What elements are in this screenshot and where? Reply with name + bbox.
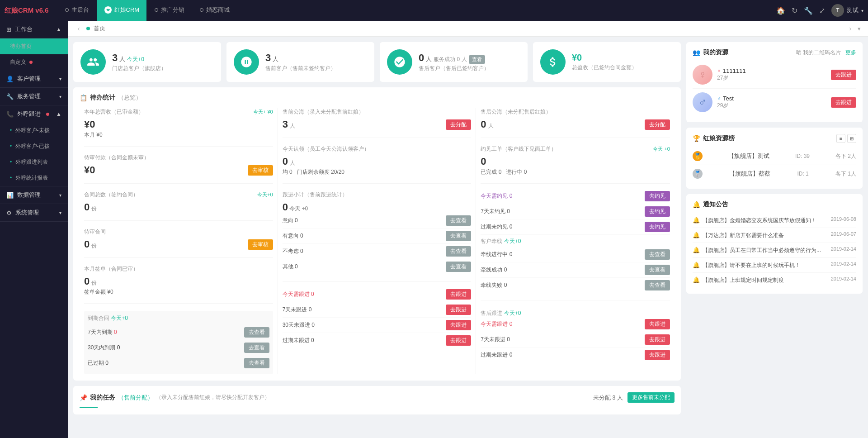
btn-more-presale[interactable]: 更多售前未分配	[627, 392, 675, 403]
sidebar-workbench-header[interactable]: ⊞ 工作台 ▲	[0, 21, 68, 38]
tab-marketing[interactable]: 推广分销	[147, 0, 192, 21]
btn-follow-aftersale-7days[interactable]: 去跟进	[645, 334, 670, 345]
todo-block-meet-today: 今天需约见 0 去约见 7天未约见 0 去约见 过期未约见 0 去约见	[481, 191, 670, 300]
sidebar-item-outbound-undialed[interactable]: • 外呼客户-未拨	[0, 123, 68, 138]
dashboard: 3 人 今天+0 门店总客户（旗舰店）	[68, 37, 868, 438]
home-icon[interactable]: 🏠	[776, 6, 785, 15]
resource-header-actions: 晒 我的二维码名片 更多	[796, 49, 856, 57]
btn-view-has-intention[interactable]: 去查看	[446, 231, 471, 241]
resource-more-btn[interactable]: 更多	[845, 49, 856, 57]
sidebar-item-outbound-dialed[interactable]: • 外呼客户-已拨	[0, 138, 68, 154]
tab-marketing-icon	[155, 8, 158, 12]
stat-card-aftersale: 0 人 服务成功 0 人 查看 售后客户（售后已签约客户）	[380, 42, 528, 82]
breadcrumb-right-arrow[interactable]: ›	[846, 25, 854, 32]
btn-view-matchmaking-fail[interactable]: 去查看	[645, 280, 670, 290]
app-logo: 红娘CRM v6.6	[5, 6, 49, 15]
notice-text-1: 【万达店】新店开张需要什么准备	[703, 231, 828, 239]
aftersale-overdue-no-meet: 过期未约见 0 去约见	[481, 219, 670, 235]
fullscreen-icon[interactable]: ⤢	[819, 6, 825, 15]
refresh-icon[interactable]: ↻	[792, 6, 797, 15]
service-icon: 🔧	[6, 93, 14, 100]
btn-meet-overdue[interactable]: 去约见	[645, 222, 670, 232]
sidebar-system-header[interactable]: ⚙ 系统管理 ▾	[0, 204, 68, 221]
ranking-header: 🏆 红娘资源榜 ≡ ⊞	[693, 134, 856, 143]
btn-follow-aftersale-overdue[interactable]: 去跟进	[645, 350, 670, 360]
breadcrumb-collapse-icon[interactable]: ▾	[858, 25, 861, 32]
notice-item-4[interactable]: 🔔 【旗舰店】上班规定时间规定制度 2019-02-14	[693, 273, 856, 287]
btn-meet-7days[interactable]: 去约见	[645, 206, 670, 217]
btn-follow-today-aftersale[interactable]: 去跟进	[645, 319, 670, 329]
btn-distribute-presale[interactable]: 去分配	[446, 119, 471, 130]
btn-review-contract[interactable]: 去审核	[248, 239, 273, 250]
btn-review-payment[interactable]: 去审核	[248, 165, 273, 176]
my-resources-card: 👥 我的资源 晒 我的二维码名片 更多 ♀	[686, 42, 863, 122]
btn-view-matchmaking-inprogress[interactable]: 去查看	[645, 249, 670, 260]
btn-view-overdue[interactable]: 去查看	[244, 358, 269, 368]
btn-meet-today[interactable]: 去约见	[645, 191, 670, 201]
outbound-collapse-icon: ▲	[56, 111, 61, 117]
btn-follow-resource-1[interactable]: 去跟进	[831, 97, 856, 108]
sidebar-customer-header[interactable]: 👤 客户管理 ▾	[0, 70, 68, 87]
user-info[interactable]: T 测试 ▾	[831, 4, 863, 17]
resource-avatar-1: ♂	[693, 92, 712, 112]
stat-card-total-customers: 3 人 今天+0 门店总客户（旗舰店）	[73, 42, 221, 82]
ranking-view-grid-icon[interactable]: ⊞	[847, 134, 856, 143]
btn-distribute-aftersale[interactable]: 去分配	[645, 119, 670, 130]
ranking-view-list-icon[interactable]: ≡	[836, 134, 845, 143]
followup-no-consider: 不考虑 0 去查看	[283, 244, 472, 259]
btn-view-intention[interactable]: 去查看	[446, 215, 471, 226]
matchmaking-inprogress: 牵线进行中 0 去查看	[481, 247, 670, 262]
stat-icon-aftersale	[387, 49, 412, 75]
stat-info-presale: 3 人 售前客户（售前未签约客户）	[265, 52, 367, 72]
todo-section-sub: （总览）	[118, 94, 142, 102]
presale-overdue-no-follow: 过期未跟进 0 去跟进	[283, 333, 472, 348]
settings-icon[interactable]: 🔧	[804, 6, 813, 15]
resource-title-icon: 👥	[693, 49, 700, 56]
notice-text-4: 【旗舰店】上班规定时间规定制度	[703, 276, 828, 284]
notice-item-0[interactable]: 🔔 【旗舰店】金婚婚恋交友系统国庆节放假通知！ 2019-06-08	[693, 213, 856, 228]
breadcrumb-home[interactable]: 首页	[94, 24, 105, 33]
sidebar-system-section: ⚙ 系统管理 ▾	[0, 204, 68, 222]
btn-follow-7days[interactable]: 去跟进	[446, 305, 471, 315]
notice-item-3[interactable]: 🔔 【旗舰店】请不要在上班的时候玩手机！ 2019-02-14	[693, 258, 856, 273]
notice-date-2: 2019-02-14	[831, 246, 856, 252]
sidebar-item-outbound-list[interactable]: • 外呼跟进列表	[0, 154, 68, 170]
notice-title: 🔔 通知公告	[693, 200, 856, 209]
btn-follow-30days[interactable]: 去跟进	[446, 320, 471, 330]
todo-block-appointment-orders: 约见工单（客户线下见面工单） 今天 +0 0 已完成 0 进行中 0	[481, 145, 670, 184]
stat-num-customers: 3	[112, 52, 118, 64]
sidebar-item-customize[interactable]: 自定义	[0, 54, 68, 70]
tab-crm[interactable]: ❤ 红娘CRM	[97, 0, 147, 21]
ranking-view-icons: ≡ ⊞	[836, 134, 856, 143]
todo-section-title: 📋 待办统计 （总览）	[80, 94, 675, 102]
tab-main[interactable]: 主后台	[58, 0, 96, 21]
stat-unit-presale: 人	[273, 55, 278, 63]
sidebar-item-outbound-report[interactable]: • 外呼统计报表	[0, 170, 68, 186]
stat-label-presale: 售前客户（售前未签约客户）	[265, 65, 367, 72]
breadcrumb-left-arrow[interactable]: ‹	[75, 25, 83, 32]
sidebar-item-todo[interactable]: 待办首页	[0, 38, 68, 54]
notice-item-1[interactable]: 🔔 【万达店】新店开张需要什么准备 2019-06-07	[693, 228, 856, 243]
resource-qr-link[interactable]: 晒 我的二维码名片	[796, 49, 841, 57]
btn-view-no-consider[interactable]: 去查看	[446, 246, 471, 257]
notice-item-2[interactable]: 🔔 【旗舰店】员工在日常工作当中必须遵守的行为... 2019-02-14	[693, 243, 856, 258]
customize-badge	[29, 61, 33, 64]
todo-title-icon: 📋	[80, 94, 87, 101]
resource-age-1: 29岁	[717, 102, 826, 110]
expiry-7days: 7天内到期 0 去查看	[88, 325, 269, 340]
btn-view-30days[interactable]: 去查看	[244, 343, 269, 353]
sidebar-data-header[interactable]: 📊 数据管理 ▾	[0, 186, 68, 204]
todo-section: 📋 待办统计 （总览） 本年总营收（已审金额） 今天+ ¥0	[73, 87, 681, 381]
stat-view-btn-aftersale[interactable]: 查看	[469, 55, 485, 64]
tab-mall[interactable]: 婚恋商城	[193, 0, 237, 21]
btn-view-matchmaking-success[interactable]: 去查看	[645, 265, 670, 275]
btn-follow-today-presale[interactable]: 去跟进	[446, 289, 471, 300]
tasks-underline	[80, 407, 98, 408]
sidebar-outbound-header[interactable]: 📞 外呼跟进 ▲	[0, 105, 68, 123]
btn-view-7days[interactable]: 去查看	[244, 327, 269, 338]
btn-view-other[interactable]: 去查看	[446, 262, 471, 272]
btn-follow-overdue[interactable]: 去跟进	[446, 335, 471, 346]
btn-follow-resource-0[interactable]: 去跟进	[831, 70, 856, 80]
stat-info-aftersale: 0 人 服务成功 0 人 查看 售后客户（售后已签约客户）	[419, 52, 520, 72]
sidebar-service-header[interactable]: 🔧 服务管理 ▾	[0, 88, 68, 105]
